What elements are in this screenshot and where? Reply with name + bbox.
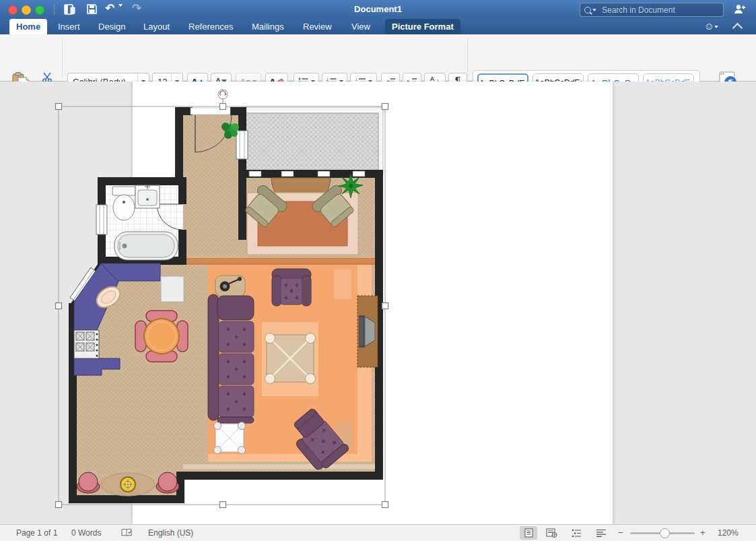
- ribbon-tab-bar: Home Insert Design Layout References Mai…: [0, 19, 756, 34]
- feedback-smiley-icon[interactable]: ☺: [704, 20, 714, 32]
- sofa: [208, 294, 254, 423]
- redo-icon[interactable]: ↷: [132, 1, 141, 15]
- floor-plan: [69, 107, 383, 503]
- handle-top-center[interactable]: [220, 104, 226, 110]
- group-divider: [467, 38, 468, 77]
- search-box[interactable]: [580, 3, 724, 17]
- side-table-white: [214, 422, 246, 454]
- tab-picture-format[interactable]: Picture Format: [385, 19, 460, 34]
- zoom-slider-thumb[interactable]: [660, 528, 670, 538]
- balcony: [240, 107, 383, 174]
- zoom-window-button[interactable]: [35, 5, 44, 15]
- search-icon: [584, 7, 591, 13]
- smiley-caret-icon[interactable]: [714, 26, 718, 28]
- document-canvas: [0, 82, 756, 524]
- sink: [135, 185, 160, 208]
- tab-review[interactable]: Review: [296, 19, 339, 34]
- handle-top-left[interactable]: [56, 104, 62, 110]
- tab-insert[interactable]: Insert: [51, 19, 87, 34]
- minimize-window-button[interactable]: [22, 5, 31, 15]
- armchair-top: [272, 269, 311, 306]
- handle-bottom-left[interactable]: [56, 502, 62, 508]
- web-layout-view-button[interactable]: [543, 526, 560, 540]
- zoom-out-button[interactable]: −: [618, 528, 623, 538]
- window-hall: [236, 131, 248, 159]
- bottom-alcove: [77, 472, 179, 496]
- handle-middle-left[interactable]: [56, 303, 62, 309]
- share-add-person-icon[interactable]: [733, 3, 747, 18]
- kitchen-appliance: [161, 276, 184, 302]
- close-window-button[interactable]: [8, 5, 18, 15]
- tab-mailings[interactable]: Mailings: [245, 19, 291, 34]
- word-app-window: ↶ ↷ Document1 Home Insert Design Layout …: [0, 0, 756, 541]
- wood-floor-strip: [182, 258, 377, 265]
- floor-lamp: [121, 477, 135, 492]
- tab-layout[interactable]: Layout: [137, 19, 176, 34]
- draft-view-button[interactable]: [592, 526, 610, 540]
- spellcheck-icon[interactable]: [121, 528, 133, 540]
- ribbon-home: Paste Calibri (Body) 12 A: [0, 34, 756, 82]
- bathtub: [114, 232, 178, 260]
- tab-home[interactable]: Home: [9, 19, 47, 34]
- tab-design[interactable]: Design: [92, 19, 132, 34]
- rotation-handle[interactable]: [218, 90, 228, 99]
- search-scope-caret-icon[interactable]: [592, 9, 596, 11]
- toilet: [112, 187, 135, 220]
- zoom-slider[interactable]: [630, 532, 695, 534]
- show-sidebar-icon[interactable]: [63, 3, 77, 19]
- tab-view[interactable]: View: [345, 19, 377, 34]
- baseboard-highlight: [183, 464, 376, 469]
- status-bar: Page 1 of 1 0 Words English (US) − + 120…: [0, 524, 756, 541]
- lamp-table: [215, 276, 245, 296]
- tab-references[interactable]: References: [182, 19, 240, 34]
- handle-middle-right[interactable]: [382, 303, 388, 309]
- handle-top-right[interactable]: [382, 104, 388, 110]
- tv-cabinet: [357, 296, 378, 367]
- word-count[interactable]: 0 Words: [71, 528, 101, 538]
- selected-floor-plan-image[interactable]: [47, 86, 392, 511]
- handle-bottom-center[interactable]: [220, 502, 226, 508]
- group-divider: [62, 38, 63, 77]
- undo-dropdown-caret-icon[interactable]: [118, 7, 127, 19]
- language-indicator[interactable]: English (US): [148, 528, 193, 538]
- page-count[interactable]: Page 1 of 1: [16, 528, 57, 538]
- title-bar: ↶ ↷ Document1: [0, 0, 756, 19]
- zoom-in-button[interactable]: +: [700, 528, 706, 538]
- collapse-ribbon-icon[interactable]: [732, 23, 743, 34]
- stove: [74, 330, 99, 358]
- window-bathroom: [96, 205, 107, 234]
- zoom-percentage[interactable]: 120%: [718, 528, 738, 538]
- save-icon[interactable]: [85, 3, 98, 18]
- outline-view-button[interactable]: [568, 526, 586, 540]
- handle-bottom-right[interactable]: [382, 502, 388, 508]
- print-layout-view-button[interactable]: [520, 526, 537, 540]
- undo-icon[interactable]: ↶: [105, 1, 114, 15]
- titlebar-separator: [54, 4, 55, 15]
- search-input[interactable]: [600, 5, 711, 15]
- coffee-table: [265, 333, 316, 384]
